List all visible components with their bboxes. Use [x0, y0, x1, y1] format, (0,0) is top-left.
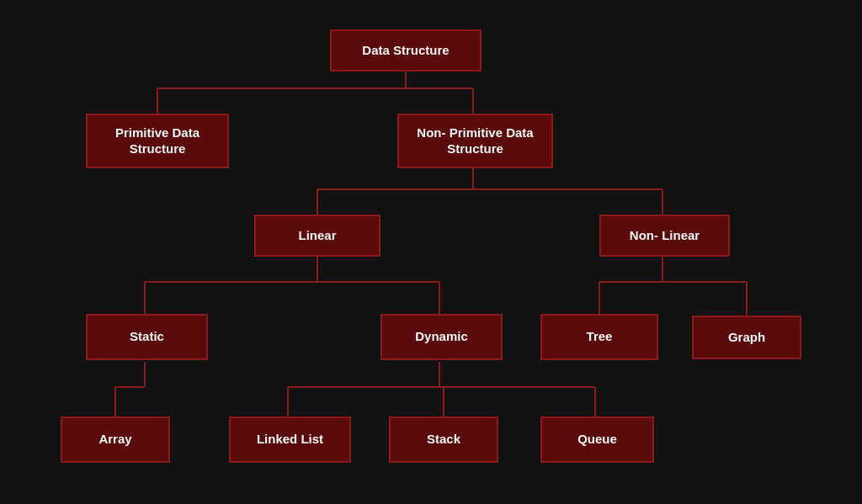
diagram: Data Structure Primitive Data Structure …: [19, 13, 843, 492]
node-stack: Stack: [389, 416, 498, 463]
node-non-linear: Non- Linear: [599, 215, 730, 257]
node-graph: Graph: [692, 316, 801, 359]
node-array: Array: [61, 416, 170, 463]
node-non-primitive: Non- Primitive Data Structure: [397, 114, 553, 168]
node-queue: Queue: [540, 416, 654, 463]
node-dynamic: Dynamic: [380, 314, 503, 360]
node-primitive: Primitive Data Structure: [86, 114, 229, 168]
node-linear: Linear: [254, 215, 380, 257]
node-data-structure: Data Structure: [330, 29, 482, 72]
node-linked-list: Linked List: [229, 416, 351, 463]
node-tree: Tree: [540, 314, 658, 360]
node-static: Static: [86, 314, 208, 360]
